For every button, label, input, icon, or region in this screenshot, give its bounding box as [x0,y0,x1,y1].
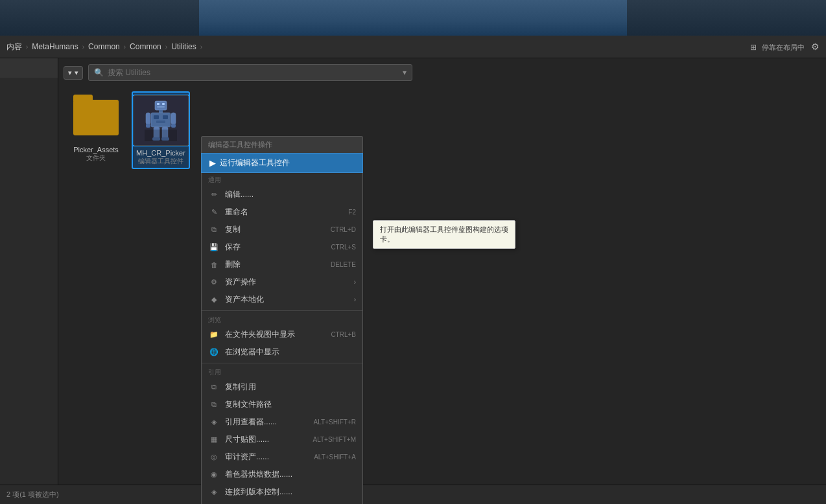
rename-shortcut: F2 [348,209,356,216]
save-icon: 💾 [208,243,220,252]
save-label: 保存 [225,242,241,253]
svg-rect-9 [146,113,150,124]
breadcrumb-sep-5: › [200,43,202,51]
audit-shortcut: ALT+SHIFT+A [314,453,356,461]
tooltip: 打开由此编辑器工具控件蓝图构建的选项卡。 [373,220,515,249]
asset-locale-icon: ◆ [208,295,220,304]
asset-mh-cr-picker[interactable]: MH_CR_Picker 编辑器工具控件 [132,91,190,169]
menu-item-view-doc[interactable]: 📄 查看文档 - 蓝图 [202,501,362,504]
svg-rect-4 [159,110,163,113]
copy-path-icon: ⧉ [208,400,220,409]
search-dropdown-icon[interactable]: ▾ [403,68,407,77]
top-preview [0,0,826,36]
asset-label-robot: MH_CR_Picker [136,149,185,157]
breadcrumb-common2[interactable]: Common [130,42,161,51]
ref-viewer-icon: ◈ [208,418,220,427]
context-menu-overlay: 编辑器工具控件操作 ▶ 运行编辑器工具控件 通用 ✏ 编辑...... ✎ 重命… [201,136,363,504]
breadcrumb-sep-2: › [82,43,84,51]
audit-icon: ◎ [208,453,220,462]
menu-item-version-control[interactable]: ◈ 连接到版本控制...... [202,483,362,501]
breadcrumb-sep-1: › [26,43,28,51]
breadcrumb-right-buttons: ⊞ 停靠在布局中 ⚙ [750,41,820,52]
size-map-icon: ▦ [208,435,220,444]
preview-face [199,0,627,36]
delete-shortcut: DELETE [331,261,356,268]
svg-rect-10 [171,113,176,124]
shader-bake-icon: ◉ [208,470,220,479]
filter-dropdown-icon: ▾ [75,69,78,77]
settings-button[interactable]: ⚙ [811,41,820,52]
asset-picker-assets[interactable]: Picker_Assets 文件夹 [67,91,125,169]
asset-thumb-folder [67,91,125,143]
sidebar-slot-1 [0,58,58,78]
size-map-label: 尺寸贴图...... [225,434,269,445]
breadcrumb-common1[interactable]: Common [88,42,120,51]
filter-button[interactable]: ▾ ▾ [64,66,83,80]
status-text: 2 项(1 项被选中) [6,490,59,499]
menu-item-edit[interactable]: ✏ 编辑...... [202,186,362,203]
menu-item-asset-locale[interactable]: ◆ 资产本地化 › [202,291,362,308]
svg-rect-5 [151,113,171,127]
breadcrumb-bar: 内容 › MetaHumans › Common › Common › Util… [0,36,826,58]
divider-2 [202,363,362,363]
rename-icon: ✎ [208,208,220,217]
asset-label-picker: Picker_Assets [73,146,119,154]
menu-item-copy[interactable]: ⧉ 复制 CTRL+D [202,221,362,238]
search-input[interactable] [108,68,403,77]
show-folder-shortcut: CTRL+B [331,331,356,338]
status-bar: 2 项(1 项被选中) [0,485,826,504]
left-sidebar [0,58,58,485]
section-common: 通用 [202,173,362,186]
breadcrumb-metahumans[interactable]: MetaHumans [32,42,78,51]
menu-item-show-folder[interactable]: 📁 在文件夹视图中显示 CTRL+B [202,326,362,343]
asset-locale-arrow: › [354,296,356,303]
audit-label: 审计资产...... [225,452,269,463]
section-reference: 引用 [202,365,362,378]
toolbar: ▾ ▾ 🔍 ▾ [64,63,821,82]
menu-item-save[interactable]: 💾 保存 CTRL+S [202,238,362,256]
edit-label: 编辑...... [225,189,254,200]
menu-item-show-browser[interactable]: 🌐 在浏览器中显示 [202,343,362,361]
section-browse: 浏览 [202,313,362,326]
svg-rect-8 [156,120,165,123]
menu-item-asset-ops[interactable]: ⚙ 资产操作 › [202,273,362,291]
menu-item-delete[interactable]: 🗑 删除 DELETE [202,256,362,273]
asset-locale-label: 资产本地化 [225,294,264,305]
version-control-icon: ◈ [208,488,220,497]
breadcrumb-sep-4: › [165,43,167,51]
svg-rect-12 [171,124,176,128]
menu-item-ref-viewer[interactable]: ◈ 引用查看器...... ALT+SHIFT+R [202,413,362,431]
copy-path-label: 复制文件路径 [225,399,272,410]
svg-rect-2 [162,103,165,105]
asset-grid: Picker_Assets 文件夹 [64,88,821,172]
breadcrumb-utilities[interactable]: Utilities [171,42,196,51]
svg-rect-0 [155,101,167,110]
delete-label: 删除 [225,259,241,270]
context-menu-body: 通用 ✏ 编辑...... ✎ 重命名 F2 ⧉ 复制 CTRL+D 💾 [201,173,363,504]
asset-sublabel-robot: 编辑器工具控件 [138,157,183,166]
svg-rect-6 [154,115,159,119]
menu-item-copy-ref[interactable]: ⧉ 复制引用 [202,378,362,396]
menu-item-copy-path[interactable]: ⧉ 复制文件路径 [202,396,362,413]
breadcrumb-sep-3: › [124,43,126,51]
context-menu-run-item[interactable]: ▶ 运行编辑器工具控件 [201,153,363,173]
menu-item-rename[interactable]: ✎ 重命名 F2 [202,203,362,221]
asset-sublabel-picker: 文件夹 [86,154,106,163]
breadcrumb-content[interactable]: 内容 [6,41,22,52]
filter-icon: ▾ [68,69,72,77]
context-menu-header: 编辑器工具控件操作 [201,136,363,153]
ref-viewer-shortcut: ALT+SHIFT+R [314,418,356,426]
svg-rect-11 [146,124,150,128]
divider-1 [202,310,362,311]
svg-rect-1 [157,103,159,105]
menu-item-audit[interactable]: ◎ 审计资产...... ALT+SHIFT+A [202,448,362,466]
search-box[interactable]: 🔍 ▾ [88,64,412,81]
menu-item-shader-bake[interactable]: ◉ 着色器烘焙数据...... [202,466,362,483]
show-folder-icon: 📁 [208,330,220,339]
svg-rect-3 [157,106,165,108]
context-menu-title: 编辑器工具控件操作 [208,140,272,150]
dock-layout-button[interactable]: ⊞ 停靠在布局中 [750,41,805,52]
asset-ops-arrow: › [354,279,356,286]
menu-item-size-map[interactable]: ▦ 尺寸贴图...... ALT+SHIFT+M [202,431,362,448]
copy-shortcut: CTRL+D [331,226,356,233]
